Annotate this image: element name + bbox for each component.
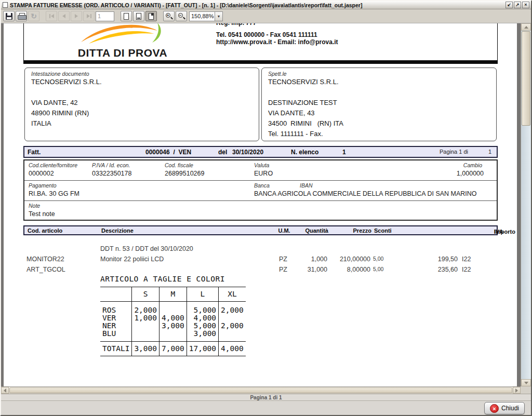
scroll-right-button[interactable]: [513, 387, 521, 394]
header-iva: IVA: [494, 229, 503, 235]
scrollbar-corner: [521, 386, 531, 394]
reload-icon: ↻: [31, 12, 37, 20]
scroll-up-button[interactable]: [521, 23, 531, 31]
details-box: Cod.cliente/fornitore 0000002 P.IVA / Id…: [23, 159, 498, 221]
header-cod-articolo: Cod. articolo: [28, 227, 62, 234]
item-importo: 235,60: [411, 266, 458, 273]
banca-value: BANCA AGRICOLA COMMERCIALE DELLA REPUBBL…: [254, 190, 477, 197]
sender-address3: ITALIA: [31, 118, 252, 129]
first-page-button[interactable]: [46, 11, 57, 21]
company-logo: DITTA DI PROVA: [55, 23, 190, 59]
recipient-address2: 34500 RIMINI (RN) ITA: [268, 118, 490, 129]
doc-type: Fatt.: [28, 149, 41, 156]
banca-label: Banca: [254, 182, 270, 189]
variant-row: ROS 2,000 5,000 2,000: [100, 302, 246, 315]
scroll-down-button[interactable]: [521, 379, 531, 386]
item-desc: Monitor 22 poliici LCD: [100, 256, 164, 263]
close-button-label: Chiudi: [501, 405, 519, 412]
variants-table: ARTICOLO A TAGLIE E COLORI S M L XL ROS …: [100, 275, 246, 356]
print-button[interactable]: [16, 11, 27, 21]
item-row: ART_TGCOL PZ 31,000 8,00000 5,00 235,60 …: [23, 266, 498, 276]
window-maximize-button[interactable]: ↗: [514, 2, 521, 8]
piva-label: P.IVA / Id. econ.: [92, 162, 130, 168]
last-page-icon: [87, 14, 91, 18]
item-sconti: 5,00: [373, 266, 383, 272]
item-row: DDT n. 53 / DDT del 30/10/2020: [23, 245, 498, 256]
window-close-button[interactable]: ×: [522, 2, 529, 8]
iban-label: IBAN: [300, 182, 313, 189]
status-bar: Pagina 1 di 1: [1, 394, 531, 400]
piva-value: 03322350178: [92, 170, 131, 177]
item-cod: ART_TGCOL: [26, 266, 65, 273]
window-restore-button[interactable]: ↙: [506, 2, 513, 8]
size-header: M: [159, 287, 187, 302]
fit-width-button[interactable]: [145, 11, 157, 21]
zoom-out-icon: −: [178, 12, 185, 20]
reload-button[interactable]: ↻: [28, 11, 39, 21]
save-button[interactable]: [3, 11, 15, 21]
page-number-input[interactable]: [96, 11, 114, 21]
recipient-box: Spett.le TECNOSERVIZI S.R.L. DESTINAZION…: [261, 68, 497, 141]
item-prezzo: 210,00000: [314, 256, 370, 263]
pagamento-value: RI.BA. 30 GG FM: [29, 190, 79, 197]
cambio-value: 1,000000: [457, 170, 484, 177]
titlebar[interactable]: STAMPA FATTURE EMESSE (ORD. ARTICOLO / V…: [1, 1, 531, 9]
note-value: Test note: [29, 210, 55, 218]
item-iva: I22: [462, 256, 471, 263]
note-label: Note: [29, 203, 40, 209]
zoom-out-button[interactable]: −: [176, 11, 187, 21]
doc-date-label: del: [218, 149, 227, 156]
sender-box: Intestazione documento TECNOSERVIZI S.R.…: [24, 68, 259, 141]
zoom-dropdown-button[interactable]: ▼: [215, 12, 222, 21]
letterhead: DITTA DI PROVA Reg. Imp. 777 Tel. 0541 0…: [23, 23, 498, 64]
cod-cliente-value: 0000002: [29, 170, 54, 177]
logo-swoosh-icon: [68, 23, 177, 44]
header-prezzo: Prezzo: [315, 227, 371, 234]
items-table-header: Cod. articolo Descrizione U.M. Quantità …: [23, 225, 498, 235]
cod-fiscale-value: 26899510269: [165, 170, 204, 177]
zoom-in-button[interactable]: +: [163, 11, 175, 21]
print-icon: [18, 13, 25, 20]
doc-band: Fatt. 0000046 / VEN del 30/10/2020 N. el…: [23, 146, 498, 158]
chevron-down-icon: [524, 382, 528, 386]
variants-title: ARTICOLO A TAGLIE E COLORI: [100, 275, 246, 283]
item-importo: 199,50: [411, 256, 458, 263]
next-page-button[interactable]: [71, 11, 82, 21]
page-value: 1: [488, 149, 491, 155]
report-viewer: DITTA DI PROVA Reg. Imp. 777 Tel. 0541 0…: [1, 23, 521, 386]
vertical-scrollbar[interactable]: [521, 23, 531, 386]
horizontal-scrollbar[interactable]: [1, 386, 521, 394]
sender-name: TECNOSERVIZI S.R.L.: [31, 77, 252, 87]
fit-width-icon: [149, 13, 154, 20]
size-header: L: [187, 287, 218, 302]
variant-row: BLU 3,000: [100, 330, 246, 342]
elenco-value: 1: [342, 149, 346, 156]
header-descrizione: Descrizione: [101, 227, 134, 234]
pagamento-label: Pagamento: [29, 182, 57, 189]
recipient-name: TECNOSERVIZI S.R.L.: [268, 77, 490, 87]
header-sconti: Sconti: [374, 227, 392, 234]
vertical-scroll-thumb[interactable]: [522, 31, 530, 126]
last-page-button[interactable]: [83, 11, 95, 21]
sender-box-label: Intestazione documento: [31, 71, 252, 77]
close-report-button[interactable]: × Chiudi: [484, 402, 525, 414]
fit-page-icon: [136, 13, 141, 20]
save-icon: [6, 13, 12, 20]
variants-header-row: S M L XL: [100, 287, 246, 302]
horizontal-scroll-thumb[interactable]: [9, 387, 512, 393]
toolbar: ↻ + − 150,88% ▼: [1, 9, 531, 23]
scroll-left-button[interactable]: [1, 387, 9, 394]
actual-size-icon: [124, 13, 129, 20]
prev-page-button[interactable]: [58, 11, 70, 21]
zoom-level-combo[interactable]: 150,88% ▼: [189, 11, 223, 21]
letterhead-web-line: http://www.prova.it - Email: info@prova.…: [216, 38, 338, 46]
fit-page-button[interactable]: [133, 11, 144, 21]
doc-date: 30/10/2020: [232, 149, 263, 156]
actual-size-button[interactable]: [121, 11, 132, 21]
cod-fiscale-label: Cod. fiscale: [165, 162, 193, 168]
report-viewer-window: STAMPA FATTURE EMESSE (ORD. ARTICOLO / V…: [0, 0, 532, 416]
variant-row: NER 3,000 5,000 2,000: [100, 322, 246, 330]
recipient-address1: VIA DANTE, 43: [268, 108, 490, 118]
prev-page-icon: [62, 14, 65, 18]
chevron-left-icon: [2, 388, 6, 393]
